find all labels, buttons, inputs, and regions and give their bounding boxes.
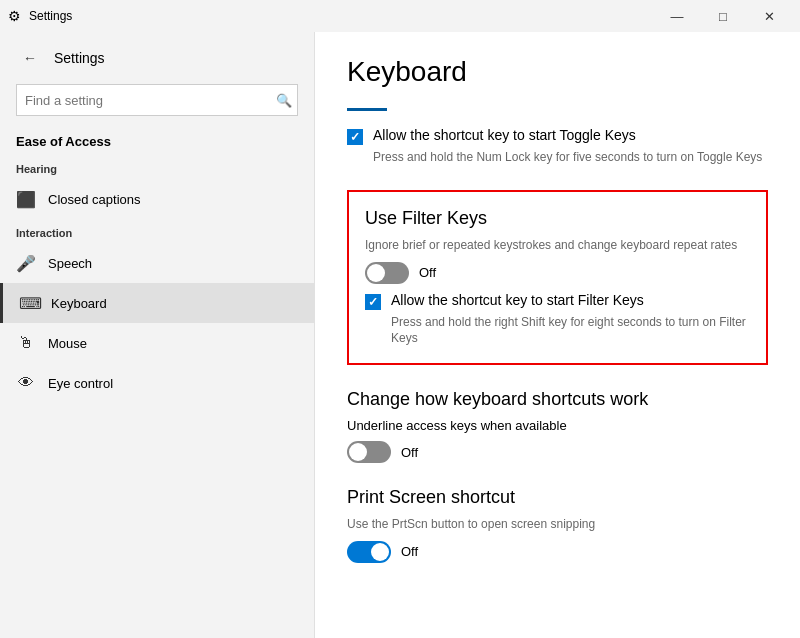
sidebar-item-label: Closed captions [48,192,141,207]
sidebar-header: ← Settings [0,32,314,80]
title-underline [347,108,387,111]
page-title: Keyboard [347,56,768,88]
sidebar-item-label: Eye control [48,376,113,391]
toggle-keys-desc: Press and hold the Num Lock key for five… [373,149,768,166]
mouse-icon: 🖱 [16,334,36,352]
toggle-knob [367,264,385,282]
filter-keys-checkbox-row: ✓ Allow the shortcut key to start Filter… [365,292,750,310]
keyboard-shortcuts-toggle-label: Off [401,445,418,460]
app-body: ← Settings 🔍 Ease of Access Hearing ⬛ Cl… [0,32,800,638]
sidebar-item-label: Mouse [48,336,87,351]
search-input[interactable] [16,84,298,116]
sidebar-item-speech[interactable]: 🎤 Speech [0,243,314,283]
keyboard-shortcuts-toggle-row: Off [347,441,768,463]
eye-control-icon: 👁 [16,374,36,392]
print-screen-title: Print Screen shortcut [347,487,768,508]
settings-icon: ⚙ [8,8,21,24]
filter-keys-checkbox[interactable]: ✓ [365,294,381,310]
checkbox-check-icon: ✓ [368,295,378,309]
toggle-keys-label: Allow the shortcut key to start Toggle K… [373,127,636,143]
toggle-keys-checkbox-row: ✓ Allow the shortcut key to start Toggle… [347,127,768,145]
maximize-button[interactable]: □ [700,0,746,32]
sidebar-item-closed-captions[interactable]: ⬛ Closed captions [0,179,314,219]
hearing-section-label: Hearing [0,155,314,179]
speech-icon: 🎤 [16,254,36,273]
keyboard-shortcuts-title: Change how keyboard shortcuts work [347,389,768,410]
closed-captions-icon: ⬛ [16,190,36,209]
underline-label: Underline access keys when available [347,418,768,433]
title-bar-controls: — □ ✕ [654,0,792,32]
keyboard-shortcuts-section: Change how keyboard shortcuts work Under… [347,389,768,463]
print-screen-toggle-label: Off [401,544,418,559]
minimize-button[interactable]: — [654,0,700,32]
filter-keys-toggle-label: Off [419,265,436,280]
title-bar: ⚙ Settings — □ ✕ [0,0,800,32]
content-area: Keyboard ✓ Allow the shortcut key to sta… [315,32,800,638]
sidebar-item-keyboard[interactable]: ⌨ Keyboard [0,283,314,323]
filter-keys-toggle-row: Off [365,262,750,284]
filter-keys-toggle[interactable] [365,262,409,284]
filter-keys-desc: Ignore brief or repeated keystrokes and … [365,237,750,254]
print-screen-section: Print Screen shortcut Use the PrtScn but… [347,487,768,563]
checkbox-check-icon: ✓ [350,130,360,144]
ease-of-access-title: Ease of Access [0,128,314,155]
toggle-knob [349,443,367,461]
interaction-section-label: Interaction [0,219,314,243]
close-button[interactable]: ✕ [746,0,792,32]
toggle-knob [371,543,389,561]
search-icon: 🔍 [276,93,292,108]
sidebar-header-title: Settings [54,50,105,66]
search-box: 🔍 [16,84,298,116]
title-bar-title: Settings [29,9,72,23]
filter-keys-shortcut-label: Allow the shortcut key to start Filter K… [391,292,644,308]
sidebar-item-label: Keyboard [51,296,107,311]
sidebar-item-label: Speech [48,256,92,271]
keyboard-icon: ⌨ [19,294,39,313]
filter-keys-title: Use Filter Keys [365,208,750,229]
filter-keys-section: Use Filter Keys Ignore brief or repeated… [347,190,768,365]
print-screen-desc: Use the PrtScn button to open screen sni… [347,516,768,533]
sidebar-item-eye-control[interactable]: 👁 Eye control [0,363,314,403]
filter-keys-shortcut-desc: Press and hold the right Shift key for e… [391,314,750,348]
sidebar: ← Settings 🔍 Ease of Access Hearing ⬛ Cl… [0,32,315,638]
sidebar-item-mouse[interactable]: 🖱 Mouse [0,323,314,363]
back-button[interactable]: ← [16,44,44,72]
toggle-keys-section: ✓ Allow the shortcut key to start Toggle… [347,127,768,166]
print-screen-toggle-row: Off [347,541,768,563]
keyboard-shortcuts-toggle[interactable] [347,441,391,463]
print-screen-toggle[interactable] [347,541,391,563]
toggle-keys-checkbox[interactable]: ✓ [347,129,363,145]
